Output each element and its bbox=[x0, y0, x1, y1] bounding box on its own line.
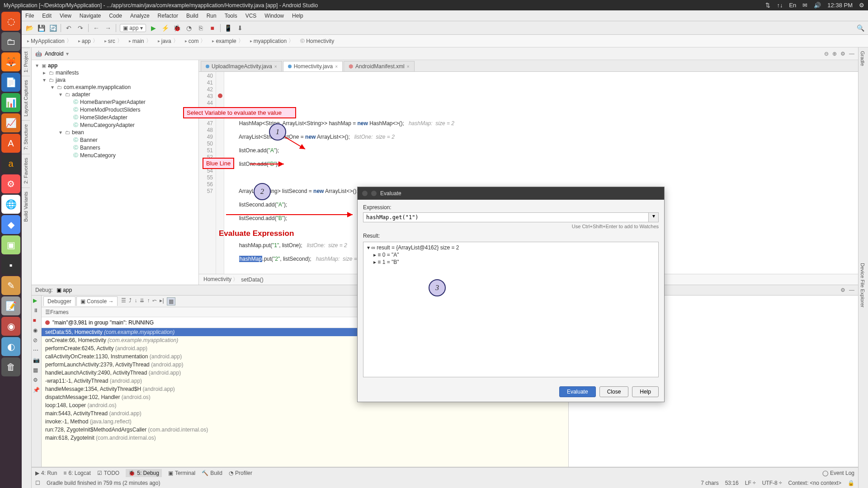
step-over-icon[interactable]: ⤴ bbox=[129, 297, 132, 305]
menu-window[interactable]: Window bbox=[264, 13, 284, 19]
menu-navigate[interactable]: Navigate bbox=[80, 13, 101, 19]
build-tab[interactable]: 🔨 Build bbox=[202, 470, 222, 476]
step-out-icon[interactable]: ↑ bbox=[147, 297, 150, 305]
hide-icon[interactable]: — bbox=[849, 51, 854, 57]
editor-tab[interactable]: ⬢AndroidManifest.xml× bbox=[344, 61, 415, 71]
search-icon[interactable]: 🔍 bbox=[856, 24, 864, 32]
chevron-down-icon[interactable]: ▾ bbox=[66, 51, 69, 57]
evaluate-expression-icon[interactable]: ▦ bbox=[167, 297, 175, 305]
apply-changes-icon[interactable]: ⚡ bbox=[161, 24, 170, 32]
menu-analyze[interactable]: Analyze bbox=[130, 13, 150, 19]
menu-vcs[interactable]: VCS bbox=[245, 13, 257, 19]
redo-icon[interactable]: ↷ bbox=[76, 24, 85, 32]
help-button[interactable]: Help bbox=[632, 386, 659, 397]
resume-icon[interactable]: ▶ bbox=[33, 297, 40, 305]
profile-icon[interactable]: ◔ bbox=[185, 24, 193, 32]
expression-input[interactable] bbox=[363, 212, 649, 222]
back-icon[interactable]: ← bbox=[92, 24, 100, 32]
menu-tools[interactable]: Tools bbox=[225, 13, 237, 19]
undo-icon[interactable]: ↶ bbox=[65, 24, 73, 32]
drop-frame-icon[interactable]: ⤺ bbox=[152, 297, 157, 305]
project-tool-button[interactable]: 1: Project bbox=[22, 47, 30, 76]
force-step-into-icon[interactable]: ⇊ bbox=[140, 297, 144, 305]
console-tab[interactable]: ▣ Console → bbox=[76, 296, 118, 306]
open-icon[interactable]: 📂 bbox=[25, 24, 33, 32]
sync-icon[interactable]: 🔄 bbox=[49, 24, 57, 32]
project-tree[interactable]: ▾▣app ▸🗀manifests ▾🗀java ▾🗀com.example.m… bbox=[32, 60, 199, 285]
menu-build[interactable]: Build bbox=[186, 13, 198, 19]
status-context[interactable]: Context: <no context> bbox=[788, 480, 841, 486]
ubuntu-dash-icon[interactable]: ◌ bbox=[1, 12, 20, 31]
gear-icon[interactable]: ⚙ bbox=[859, 2, 864, 9]
app-icon-2[interactable]: ✎ bbox=[1, 276, 20, 295]
sdk-icon[interactable]: ⬇ bbox=[236, 24, 244, 32]
editor-tab[interactable]: UploadImageActivity.java× bbox=[201, 61, 282, 71]
step-into-icon[interactable]: ↓ bbox=[134, 297, 137, 305]
crumb[interactable]: ⒸHomectivity bbox=[297, 37, 339, 45]
gradle-button[interactable]: Gradle bbox=[859, 47, 867, 70]
view-breakpoints-icon[interactable]: ◉ bbox=[33, 327, 40, 334]
debug-app-combo[interactable]: ▣ app bbox=[57, 287, 72, 293]
settings-icon[interactable]: ⚙ bbox=[840, 51, 845, 57]
close-window-icon[interactable] bbox=[362, 191, 368, 196]
crumb[interactable]: ▸app bbox=[75, 36, 101, 46]
debug-icon[interactable]: 🐞 bbox=[173, 24, 181, 32]
files-icon[interactable]: 🗀 bbox=[1, 32, 20, 51]
save-icon[interactable]: 💾 bbox=[37, 24, 45, 32]
status-lock-icon[interactable]: 🔒 bbox=[848, 480, 854, 486]
result-tree[interactable]: ▾ ∞ result = {ArrayList@4162} size = 2 ▸… bbox=[363, 242, 659, 377]
mute-breakpoints-icon[interactable]: ⊘ bbox=[33, 337, 40, 344]
show-exec-icon[interactable]: ☰ bbox=[121, 297, 126, 305]
menu-refactor[interactable]: Refactor bbox=[158, 13, 178, 19]
impress-icon[interactable]: 📈 bbox=[1, 113, 20, 132]
menu-file[interactable]: File bbox=[25, 13, 34, 19]
todo-tab[interactable]: ☑ TODO bbox=[97, 470, 119, 476]
breakpoint-icon[interactable] bbox=[218, 94, 222, 98]
stack-frame[interactable]: main:5443, ActivityThread (android.app) bbox=[42, 409, 568, 418]
project-view-combo[interactable]: Android bbox=[45, 51, 63, 57]
gear-icon[interactable]: ⚙ bbox=[840, 287, 845, 293]
gedit-icon[interactable]: 📝 bbox=[1, 296, 20, 315]
min-window-icon[interactable] bbox=[371, 191, 377, 196]
structure-button[interactable]: 7: Structure bbox=[22, 120, 30, 154]
crumb[interactable]: ▸example bbox=[209, 36, 246, 46]
avd-icon[interactable]: 📱 bbox=[224, 24, 232, 32]
lang-indicator[interactable]: En bbox=[789, 2, 796, 9]
stack-frame[interactable]: run:728, ZygoteInit$MethodAndArgsCaller … bbox=[42, 426, 568, 434]
close-button[interactable]: Close bbox=[599, 386, 629, 397]
expand-icon[interactable]: ⊕ bbox=[832, 51, 837, 57]
calc-icon[interactable]: 📊 bbox=[1, 93, 20, 112]
trash-icon[interactable]: 🗑 bbox=[1, 357, 20, 376]
sound-icon[interactable]: 🔊 bbox=[814, 2, 821, 9]
pin-icon[interactable]: 📌 bbox=[33, 387, 40, 394]
terminal-tab[interactable]: ▣ Terminal bbox=[168, 470, 195, 476]
dialog-titlebar[interactable]: Evaluate bbox=[358, 187, 664, 200]
app-icon-4[interactable]: ◐ bbox=[1, 337, 20, 356]
crumb[interactable]: ▸main bbox=[126, 36, 154, 46]
chrome-icon[interactable]: 🌐 bbox=[1, 195, 20, 214]
app-icon-3[interactable]: ◉ bbox=[1, 317, 20, 336]
debugger-tab[interactable]: Debugger bbox=[43, 296, 75, 306]
breakpoint-gutter[interactable] bbox=[216, 72, 224, 274]
collapse-icon[interactable]: ⊖ bbox=[824, 51, 829, 57]
writer-icon[interactable]: 📄 bbox=[1, 73, 20, 92]
settings-icon[interactable]: ⚙ bbox=[33, 377, 40, 384]
android-studio-icon[interactable]: ▣ bbox=[1, 235, 20, 254]
expression-dropdown[interactable]: ▾ bbox=[649, 212, 659, 222]
device-file-explorer-button[interactable]: Device File Explorer bbox=[859, 259, 867, 311]
menu-view[interactable]: View bbox=[60, 13, 71, 19]
editor-tab-active[interactable]: Homectivity.java× bbox=[283, 61, 343, 71]
event-log-tab[interactable]: ◯ Event Log bbox=[822, 470, 854, 476]
layout-icon[interactable]: ▦ bbox=[33, 367, 40, 374]
status-encoding[interactable]: UTF-8 ÷ bbox=[762, 480, 782, 486]
hide-icon[interactable]: — bbox=[849, 287, 854, 293]
forward-icon[interactable]: → bbox=[104, 24, 112, 32]
bc-method[interactable]: setData() bbox=[241, 277, 263, 283]
evaluate-button[interactable]: Evaluate bbox=[559, 386, 596, 397]
software-icon[interactable]: A bbox=[1, 134, 20, 153]
firefox-icon[interactable]: 🦊 bbox=[1, 52, 20, 71]
mail-icon[interactable]: ✉ bbox=[802, 2, 807, 9]
debug-tab[interactable]: 🐞 5: Debug bbox=[126, 469, 162, 477]
terminal-icon[interactable]: ▪ bbox=[1, 256, 20, 275]
run-icon[interactable]: ▶ bbox=[150, 24, 158, 32]
